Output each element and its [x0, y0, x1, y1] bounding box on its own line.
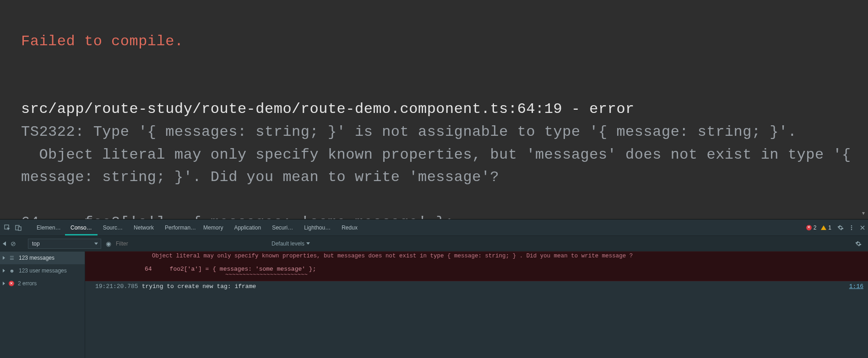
sidebar-item-user-messages[interactable]: 123 user messages [0, 264, 85, 277]
compile-error-message: TS2322: Type '{ messages: string; }' is … [21, 123, 860, 186]
warning-count: 1 [828, 224, 831, 231]
close-devtools-icon[interactable] [857, 219, 868, 235]
sidebar-messages-label: 123 messages [19, 255, 54, 261]
console-toolbar: ⊘ top ◉ Default levels [0, 236, 868, 251]
svg-point-3 [851, 225, 852, 226]
sidebar-item-errors[interactable]: ✕ 2 errors [0, 277, 85, 290]
error-count: 2 [814, 224, 817, 231]
console-sidebar: 123 messages 123 user messages ✕ 2 error… [0, 251, 85, 358]
svg-point-5 [851, 229, 852, 230]
context-selector[interactable]: top [28, 239, 101, 249]
svg-rect-2 [18, 227, 21, 230]
caret-right-icon [3, 282, 5, 285]
console-error-text: Object literal may only specify known pr… [85, 253, 868, 259]
compile-error-location: src/app/route-study/route-demo/route-dem… [21, 101, 635, 118]
tab-redux[interactable]: Redux [336, 219, 363, 235]
issue-counters[interactable]: ✕ 2 1 [806, 219, 835, 235]
devtools-tabbar: Elemen… Conso… Sourc… Network Performan…… [0, 219, 868, 236]
compile-error-heading: Failed to compile. [21, 33, 184, 50]
device-toolbar-icon[interactable] [13, 219, 24, 235]
error-count-badge[interactable]: ✕ 2 [806, 224, 817, 231]
tab-security[interactable]: Securi… [266, 219, 298, 235]
caret-right-icon [3, 256, 5, 260]
tab-network[interactable]: Network [128, 219, 159, 235]
snippet-code: foo2['a'] = { messages: 'some message' }… [84, 214, 454, 219]
error-icon: ✕ [806, 225, 812, 230]
compile-error-panel: Failed to compile. src/app/route-study/r… [0, 0, 868, 219]
tab-lighthouse[interactable]: Lighthou… [298, 219, 336, 235]
scroll-down-icon[interactable]: ▾ [860, 209, 867, 217]
log-timestamp: 19:21:20.785 [95, 283, 138, 290]
sidebar-errors-label: 2 errors [18, 280, 37, 287]
user-icon [9, 267, 15, 274]
log-source-link[interactable]: 1:16 [849, 283, 863, 290]
tab-application[interactable]: Application [228, 219, 266, 235]
console-lower: 123 messages 123 user messages ✕ 2 error… [0, 251, 868, 358]
devtools-panel: Elemen… Conso… Sourc… Network Performan…… [0, 219, 868, 358]
log-levels-label: Default levels [271, 240, 304, 247]
console-error-underline: ~~~~~~~~~~~~~~~~~~~~~~~~ [85, 272, 868, 278]
tab-console[interactable]: Conso… [65, 219, 98, 235]
clear-console-icon[interactable]: ⊘ [11, 240, 16, 247]
list-icon [9, 255, 15, 261]
svg-point-4 [851, 227, 852, 228]
more-menu-icon[interactable] [846, 219, 857, 235]
warning-icon [821, 225, 826, 230]
warning-count-badge[interactable]: 1 [821, 224, 831, 231]
sidebar-toggle-icon[interactable] [3, 241, 6, 246]
caret-right-icon [3, 269, 5, 273]
log-levels-selector[interactable]: Default levels [271, 240, 310, 247]
error-icon: ✕ [9, 281, 14, 286]
tab-performance[interactable]: Performan… [159, 219, 198, 235]
console-body: Object literal may only specify known pr… [85, 251, 868, 358]
settings-gear-icon[interactable] [835, 219, 846, 235]
console-error-entry[interactable]: Object literal may only specify known pr… [85, 251, 868, 281]
context-value: top [32, 240, 40, 247]
log-message: trying to create new tag: iframe [142, 283, 256, 290]
sidebar-user-messages-label: 123 user messages [19, 267, 67, 274]
console-log-entry[interactable]: 19:21:20.785 trying to create new tag: i… [85, 281, 868, 292]
chevron-down-icon [306, 242, 310, 245]
console-settings-gear-icon[interactable] [855, 240, 868, 247]
compile-error-snippet: 64 foo2['a'] = { messages: 'some message… [21, 214, 454, 219]
snippet-line-no: 64 [21, 214, 39, 219]
filter-input[interactable] [116, 239, 267, 249]
tab-elements[interactable]: Elemen… [31, 219, 65, 235]
sidebar-item-messages[interactable]: 123 messages [0, 251, 85, 264]
inspect-element-icon[interactable] [2, 219, 13, 235]
tab-sources[interactable]: Sourc… [98, 219, 128, 235]
tab-memory[interactable]: Memory [198, 219, 228, 235]
live-expression-icon[interactable]: ◉ [106, 240, 111, 247]
